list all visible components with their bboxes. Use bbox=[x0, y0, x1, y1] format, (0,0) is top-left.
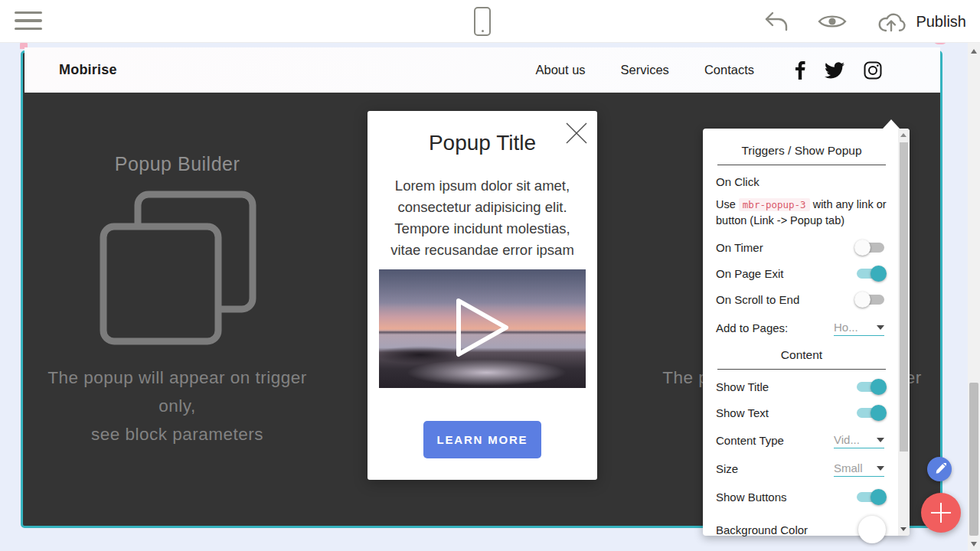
scroll-down-icon[interactable] bbox=[900, 527, 906, 531]
size-label: Size bbox=[716, 462, 738, 475]
popup-code-chip: mbr-popup-3 bbox=[739, 198, 810, 211]
play-icon[interactable] bbox=[454, 296, 511, 362]
on-timer-row: On Timer bbox=[716, 240, 887, 255]
popup-squares-icon bbox=[100, 191, 256, 350]
popup-title: Popup Title bbox=[368, 131, 597, 155]
hint-prefix: Use bbox=[716, 198, 739, 210]
instagram-icon[interactable] bbox=[864, 61, 882, 80]
popup-body-text: Lorem ipsum dolor sit amet, consectetur … bbox=[368, 175, 597, 261]
publish-cloud-icon bbox=[876, 10, 906, 34]
popup-text-line: consectetur adipisicing elit. bbox=[368, 197, 597, 218]
card-text-line: see block parameters bbox=[23, 420, 332, 448]
triggers-section-header: Triggers / Show Popup bbox=[716, 144, 887, 165]
panel-scrollbar-thumb[interactable] bbox=[900, 142, 908, 452]
show-title-toggle[interactable] bbox=[857, 382, 884, 392]
menu-icon[interactable] bbox=[15, 11, 42, 31]
background-color-label: Background Color bbox=[716, 523, 808, 536]
page-scrollbar[interactable] bbox=[968, 43, 980, 551]
content-type-row: Content Type Vid... bbox=[716, 432, 887, 448]
on-page-exit-label: On Page Exit bbox=[716, 267, 783, 280]
add-block-button[interactable] bbox=[921, 493, 961, 533]
popup-card: Popup Builder The popup will appear on t… bbox=[23, 53, 332, 526]
site-logo[interactable]: Mobirise bbox=[59, 62, 117, 78]
popup-text-line: Lorem ipsum dolor sit amet, bbox=[368, 175, 597, 197]
show-buttons-toggle[interactable] bbox=[857, 492, 884, 502]
popup-modal: Popup Title Lorem ipsum dolor sit amet, … bbox=[368, 111, 597, 480]
size-select[interactable]: Small bbox=[834, 460, 884, 477]
social-icons bbox=[795, 61, 882, 80]
show-buttons-row: Show Buttons bbox=[716, 489, 887, 504]
section-divider bbox=[717, 165, 886, 165]
content-type-label: Content Type bbox=[716, 434, 784, 447]
panel-pointer bbox=[883, 119, 900, 129]
on-page-exit-row: On Page Exit bbox=[716, 266, 887, 281]
show-title-row: Show Title bbox=[716, 379, 887, 394]
popup-text-line: vitae recusandae error ipsam bbox=[368, 240, 597, 261]
background-color-row: Background Color bbox=[716, 516, 887, 543]
add-to-pages-select[interactable]: Ho... bbox=[834, 319, 884, 336]
facebook-icon[interactable] bbox=[795, 61, 805, 80]
block-settings-panel: Triggers / Show Popup On Click Use mbr-p… bbox=[703, 129, 910, 536]
add-to-pages-value: Ho... bbox=[834, 321, 858, 334]
publish-button[interactable]: Publish bbox=[876, 10, 966, 34]
card-text-line: The popup will appear on trigger bbox=[23, 364, 332, 392]
show-buttons-label: Show Buttons bbox=[716, 491, 787, 504]
nav-link-services[interactable]: Services bbox=[621, 63, 669, 77]
nav-link-contacts[interactable]: Contacts bbox=[704, 63, 754, 77]
chevron-down-icon bbox=[877, 438, 884, 442]
publish-label: Publish bbox=[916, 13, 966, 31]
on-timer-toggle[interactable] bbox=[857, 243, 884, 253]
nav-link-about[interactable]: About us bbox=[535, 63, 585, 77]
background-color-swatch[interactable] bbox=[858, 516, 886, 543]
popup-usage-hint: Use mbr-popup-3 with any link or button … bbox=[716, 197, 887, 229]
twitter-icon[interactable] bbox=[825, 62, 844, 79]
page-scrollbar-thumb[interactable] bbox=[969, 383, 978, 536]
paintbrush-icon bbox=[933, 463, 946, 476]
on-scroll-end-label: On Scroll to End bbox=[716, 293, 799, 306]
content-type-value: Vid... bbox=[834, 433, 860, 446]
learn-more-button[interactable]: LEARN MORE bbox=[423, 421, 541, 458]
show-title-label: Show Title bbox=[716, 380, 769, 393]
content-section-header: Content bbox=[716, 348, 887, 369]
add-to-pages-label: Add to Pages: bbox=[716, 321, 788, 334]
plus-icon bbox=[929, 501, 952, 524]
app-toolbar: Publish bbox=[0, 0, 980, 43]
show-text-label: Show Text bbox=[716, 406, 769, 419]
content-type-select[interactable]: Vid... bbox=[834, 432, 884, 448]
size-value: Small bbox=[834, 461, 863, 474]
panel-scrollbar[interactable] bbox=[898, 129, 910, 536]
undo-icon[interactable] bbox=[764, 11, 789, 32]
scroll-up-icon[interactable] bbox=[971, 49, 977, 54]
style-paintbrush-button[interactable] bbox=[927, 457, 952, 481]
size-row: Size Small bbox=[716, 461, 887, 476]
mobile-view-icon[interactable] bbox=[474, 7, 491, 36]
add-to-pages-row: Add to Pages: Ho... bbox=[716, 320, 887, 335]
popup-card-title: Popup Builder bbox=[23, 153, 332, 175]
chevron-down-icon bbox=[877, 325, 884, 330]
scroll-down-icon[interactable] bbox=[971, 542, 977, 546]
popup-card-text: The popup will appear on trigger only, s… bbox=[23, 364, 332, 448]
preview-eye-icon[interactable] bbox=[818, 13, 847, 30]
on-scroll-end-toggle[interactable] bbox=[857, 295, 884, 305]
on-page-exit-toggle[interactable] bbox=[857, 269, 884, 279]
chevron-down-icon bbox=[877, 466, 884, 471]
show-text-row: Show Text bbox=[716, 405, 887, 420]
scroll-up-icon[interactable] bbox=[900, 133, 906, 137]
card-text-line: only, bbox=[23, 392, 332, 420]
on-timer-label: On Timer bbox=[716, 241, 763, 254]
on-click-label: On Click bbox=[716, 175, 887, 188]
popup-text-line: Tempore incidunt molestias, bbox=[368, 218, 597, 240]
site-navbar: Mobirise About us Services Contacts bbox=[24, 47, 940, 93]
nav-links: About us Services Contacts bbox=[535, 63, 754, 77]
section-divider bbox=[717, 369, 886, 370]
video-thumbnail[interactable] bbox=[379, 269, 586, 388]
show-text-toggle[interactable] bbox=[857, 408, 884, 418]
on-scroll-end-row: On Scroll to End bbox=[716, 292, 887, 307]
